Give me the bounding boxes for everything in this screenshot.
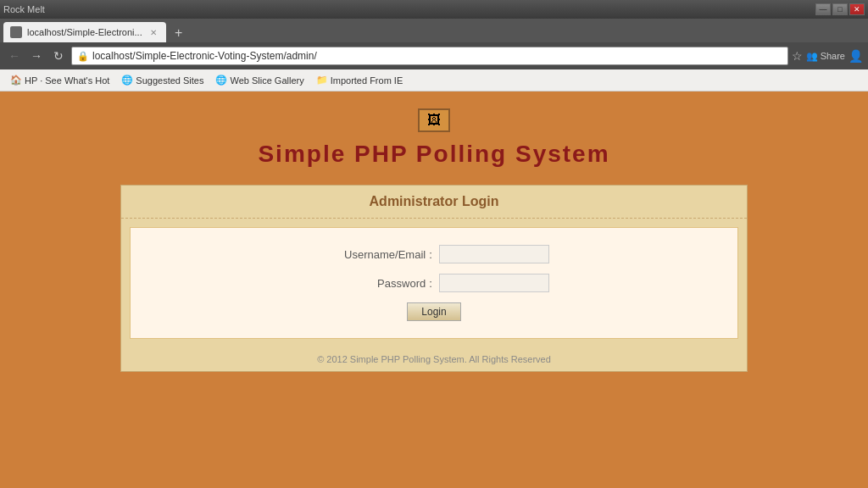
bookmarks-bar: 🏠 HP · See What's Hot 🌐 Suggested Sites … [0, 69, 868, 92]
browser-window: Rock Melt — □ ✕ localhost/Simple-Electro… [0, 0, 868, 488]
bookmark-webslice-icon: 🌐 [215, 75, 227, 86]
title-bar: Rock Melt — □ ✕ [0, 0, 868, 19]
new-tab-button[interactable]: + [170, 24, 188, 42]
bookmark-suggested-icon: 🌐 [121, 75, 133, 86]
login-footer: © 2012 Simple PHP Polling System. All Ri… [121, 347, 747, 371]
bookmark-imported-icon: 📁 [316, 75, 328, 86]
login-container: Administrator Login Username/Email : Pas… [120, 185, 748, 372]
favorites-star-icon[interactable]: ☆ [792, 49, 803, 63]
refresh-button[interactable]: ↻ [49, 47, 68, 65]
login-header-title: Administrator Login [370, 194, 499, 208]
username-label: Username/Email [319, 248, 429, 261]
app-name: Rock Melt [3, 4, 45, 14]
footer-text: © 2012 Simple PHP Polling System. All Ri… [317, 354, 551, 364]
username-row: Username/Email : [147, 245, 721, 263]
password-colon: : [429, 277, 432, 290]
title-bar-controls: — □ ✕ [815, 3, 865, 15]
address-lock-icon: 🔒 [77, 51, 89, 62]
bookmark-hp-label: HP · See What's Hot [25, 75, 109, 86]
bookmark-hp-icon: 🏠 [10, 75, 22, 86]
maximize-button[interactable]: □ [832, 3, 848, 15]
back-button[interactable]: ← [5, 47, 24, 65]
share-button[interactable]: 👥 Share [806, 51, 845, 62]
bookmark-imported[interactable]: 📁 Imported From IE [311, 73, 409, 87]
nav-right-controls: ☆ 👥 Share 👤 [792, 49, 863, 63]
bookmark-suggested[interactable]: 🌐 Suggested Sites [116, 73, 209, 87]
password-label: Password [319, 277, 429, 290]
login-button[interactable]: Login [407, 302, 460, 321]
login-body: Username/Email : Password : Login [130, 227, 738, 339]
minimize-button[interactable]: — [815, 3, 831, 15]
address-bar[interactable]: 🔒 localhost/Simple-Electronic-Voting-Sys… [71, 47, 788, 65]
site-logo: 🖼 [418, 108, 450, 132]
active-tab[interactable]: localhost/Simple-Electroni... ✕ [3, 22, 166, 42]
site-logo-area: 🖼 [418, 108, 450, 132]
tab-favicon [10, 26, 22, 38]
bookmark-webslice[interactable]: 🌐 Web Slice Gallery [210, 73, 309, 87]
password-input[interactable] [439, 274, 549, 292]
bookmark-suggested-label: Suggested Sites [136, 75, 203, 86]
username-input[interactable] [439, 245, 549, 263]
bookmark-hp[interactable]: 🏠 HP · See What's Hot [5, 73, 114, 87]
username-colon: : [429, 248, 432, 261]
tab-bar: localhost/Simple-Electroni... ✕ + [0, 19, 868, 42]
password-row: Password : [147, 274, 721, 292]
bookmark-webslice-label: Web Slice Gallery [230, 75, 303, 86]
navigation-bar: ← → ↻ 🔒 localhost/Simple-Electronic-Voti… [0, 42, 868, 69]
login-header: Administrator Login [121, 186, 747, 219]
bookmark-imported-label: Imported From IE [331, 75, 403, 86]
logo-icon: 🖼 [427, 113, 441, 128]
close-button[interactable]: ✕ [849, 3, 865, 15]
forward-button[interactable]: → [27, 47, 46, 65]
tab-title: localhost/Simple-Electroni... [27, 27, 142, 37]
page-title: Simple PHP Polling System [258, 141, 609, 168]
tab-close-button[interactable]: ✕ [147, 26, 159, 38]
rss-icon[interactable]: 👤 [849, 49, 863, 63]
address-text: localhost/Simple-Electronic-Voting-Syste… [92, 50, 317, 62]
button-row: Login [147, 302, 721, 321]
page-content: 🖼 Simple PHP Polling System Administrato… [0, 92, 868, 488]
